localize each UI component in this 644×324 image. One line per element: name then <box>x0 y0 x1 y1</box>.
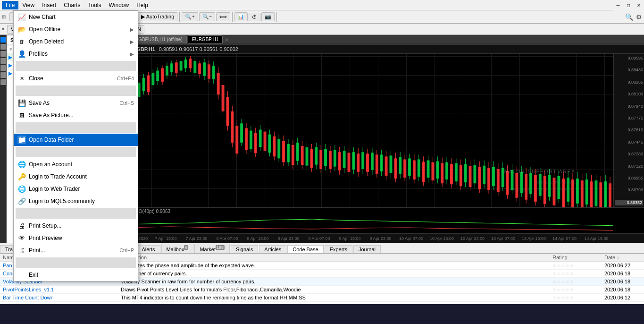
menubar: File View Insert Charts Tools Window Hel… <box>0 0 644 10</box>
menu-item-open-account[interactable]: 🌐 Open an Account <box>14 158 138 171</box>
menu-item-profiles[interactable]: 👤 Profiles ▶ <box>14 48 138 60</box>
chart-tab-eurgbp[interactable]: EURGBP,H1 <box>188 35 223 43</box>
time-label: 13 Apr 07:00 <box>488 236 519 241</box>
sidebar-settings-icon[interactable] <box>0 79 6 85</box>
menu-item-open-deleted[interactable]: 🗑 Open Deleted ▶ <box>14 35 138 48</box>
tab-code-base[interactable]: Code Base <box>287 245 323 254</box>
indicators-button[interactable]: 📊 <box>234 12 248 21</box>
price-label: 0.88595 <box>615 56 643 60</box>
menu-insert[interactable]: Insert <box>38 1 60 9</box>
table-row: PivotPointsLines_v1.1 Draws Pivot Points… <box>0 286 644 294</box>
menu-item-exit[interactable]: Exit <box>14 269 138 281</box>
autotrading-button[interactable]: ▶ AutoTrading <box>138 12 177 21</box>
col-description: Description <box>118 254 550 262</box>
open-account-icon: 🌐 <box>17 160 26 169</box>
maximize-button[interactable]: □ <box>623 0 634 10</box>
price-label: 0.87120 <box>615 164 643 169</box>
chart-ohlc-header: EURGBP,H1 0.90591 0.90617 0.90561 0.9060… <box>124 44 644 54</box>
sidebar-text-icon[interactable] <box>0 72 6 78</box>
row-desc: for number of currency pairs. <box>118 270 550 278</box>
menu-item-print-preview[interactable]: 👁 Print Preview <box>14 232 138 244</box>
row-rating: ☆☆☆☆☆ <box>550 262 602 270</box>
tab-articles[interactable]: Articles <box>259 245 286 253</box>
chart-tabs-bar: ◀ GBPUSD,H1 (offline) EURGBP,H1 ▶ <box>124 35 644 44</box>
row-rating: ☆☆☆☆☆ <box>550 270 602 278</box>
tab-journal[interactable]: Journal <box>353 245 381 253</box>
menu-item-save-as[interactable]: 💾 Save As Ctrl+S <box>14 97 138 109</box>
row-date: 2020.06.22 <box>602 262 644 270</box>
menu-charts[interactable]: Charts <box>60 1 84 9</box>
close-icon: ✕ <box>17 74 26 83</box>
chart-move-button[interactable]: ⟺ <box>216 12 230 21</box>
time-label: 7 Apr 15:00 <box>151 236 181 241</box>
price-label: 0.88430 <box>615 68 643 72</box>
file-dropdown-menu: 📈 New Chart 📂 Open Offline ▶ 🗑 Open Dele… <box>13 10 138 281</box>
time-axis: 7 Apr 2020 7 Apr 15:00 7 Apr 23:00 8 Apr… <box>124 233 644 243</box>
watermark-text: Activate WindowsGo to Settings to activa… <box>493 179 576 193</box>
sidebar-crosshair-icon[interactable] <box>0 44 6 50</box>
minimize-button[interactable]: ─ <box>613 0 623 10</box>
menu-item-login-mql5[interactable]: 🔗 Login to MQL5.community <box>14 195 138 207</box>
menu-item-print[interactable]: 🖨 Print... Ctrl+P <box>14 244 138 256</box>
tab-market[interactable]: Market185 <box>194 244 230 253</box>
window-controls: ─ □ ✕ <box>613 0 644 10</box>
row-rating: ☆☆☆☆☆ <box>550 294 602 302</box>
search-icon: 🔍 <box>625 13 633 21</box>
time-label: 14 Apr 07:00 <box>549 236 580 241</box>
time-label: 10 Apr 15:00 <box>427 236 457 241</box>
menu-window[interactable]: Window <box>105 1 133 9</box>
sidebar-line-icon[interactable] <box>0 51 6 57</box>
open-folder-icon: 📁 <box>17 136 26 144</box>
menu-view[interactable]: View <box>18 1 38 9</box>
profiles-icon: 👤 <box>17 50 26 58</box>
menu-item-new-chart[interactable]: 📈 New Chart <box>14 11 138 23</box>
menu-item-print-setup[interactable]: 🖨 Print Setup... <box>14 220 138 232</box>
sidebar-cursor-icon[interactable] <box>0 37 6 43</box>
time-label: 10 Apr 07:00 <box>396 236 427 241</box>
menu-item-save-as-picture[interactable]: 🖼 Save As Picture... <box>14 109 138 121</box>
close-button[interactable]: ✕ <box>634 0 644 10</box>
sidebar-tools <box>0 35 7 243</box>
row-name[interactable]: Bar Time Count Down <box>0 294 118 302</box>
screenshot-button[interactable]: 📷 <box>261 12 275 21</box>
col-date: Date ↓ <box>602 254 644 262</box>
menu-help[interactable]: Help <box>133 1 152 9</box>
exit-icon <box>17 271 26 279</box>
menu-file[interactable]: File <box>2 1 18 9</box>
sidebar-zoom-icon[interactable] <box>0 65 6 71</box>
menu-item-open-data-folder[interactable]: 📁 Open Data Folder <box>14 134 138 146</box>
menu-separator <box>16 61 136 71</box>
support-area-label: MAJOR SUPPORT AREA <box>504 169 576 174</box>
menu-item-login-trade[interactable]: 🔑 Login to Trade Account <box>14 171 138 183</box>
menu-item-open-offline[interactable]: 📂 Open Offline ▶ <box>14 23 138 35</box>
row-desc: Volatility Scanner in raw form for numbe… <box>118 278 550 286</box>
time-label: 9 Apr 23:00 <box>365 236 396 241</box>
chart-tab-gbpusd[interactable]: GBPUSD,H1 (offline) <box>134 35 187 43</box>
time-label: 8 Apr 15:00 <box>243 236 273 241</box>
row-desc: This MT4 indicator is to count down the … <box>118 294 550 302</box>
login-web-icon: 🌐 <box>17 185 26 193</box>
login-trade-icon: 🔑 <box>17 172 26 181</box>
table-row: Bar Time Count Down This MT4 indicator i… <box>0 294 644 302</box>
row-date: 2020.06.12 <box>602 294 644 302</box>
chart-canvas[interactable]: Activate WindowsGo to Settings to activa… <box>124 54 613 207</box>
print-preview-icon: 👁 <box>17 234 26 242</box>
price-label-current: 0.86352 <box>615 200 643 205</box>
tab-alerts[interactable]: Alerts <box>136 245 160 253</box>
open-offline-icon: 📂 <box>17 25 26 34</box>
tab-signals[interactable]: Signals <box>231 245 258 253</box>
app-icon: ⊞ <box>2 14 6 19</box>
row-name[interactable]: PivotPointsLines_v1.1 <box>0 286 118 294</box>
chart-next-button[interactable]: ▶ <box>224 37 231 42</box>
menu-item-login-web[interactable]: 🌐 Login to Web Trader <box>14 183 138 195</box>
indicator-axis <box>613 208 644 233</box>
sidebar-object-icon[interactable] <box>0 58 6 64</box>
menu-tools[interactable]: Tools <box>84 1 105 9</box>
tab-experts[interactable]: Experts <box>325 245 352 253</box>
menu-item-close[interactable]: ✕ Close Ctrl+F4 <box>14 72 138 85</box>
mailbox-badge: 6 <box>184 245 188 250</box>
tab-mailbox[interactable]: Mailbox6 <box>161 244 194 253</box>
period-button[interactable]: ⏱ <box>249 13 260 21</box>
zoom-in-button[interactable]: 🔍+ <box>182 12 198 21</box>
zoom-out-button[interactable]: 🔍− <box>199 12 215 21</box>
